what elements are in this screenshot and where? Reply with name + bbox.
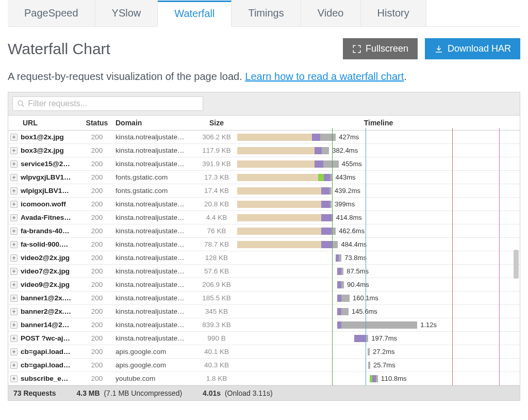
duration-label: 160.1ms [353, 294, 378, 302]
expand-icon[interactable]: + [10, 308, 18, 315]
duration-label: 145.6ms [352, 308, 377, 315]
bar-wait [337, 321, 341, 329]
download-har-button[interactable]: Download HAR [425, 38, 520, 59]
bar-wait [321, 201, 331, 208]
bar-recv [320, 134, 336, 141]
expand-icon[interactable]: + [10, 201, 18, 208]
col-status[interactable]: Status [80, 116, 113, 131]
request-domain: kinsta.notrealjustate… [113, 198, 196, 211]
table-row[interactable]: +video2@2x.jpg200kinsta.notrealjustate…1… [8, 251, 520, 265]
table-row[interactable]: +banner1@2x.…200kinsta.notrealjustate…18… [8, 292, 520, 305]
table-row[interactable]: +video9@2x.jpg200kinsta.notrealjustate…2… [8, 278, 520, 292]
duration-label: 25.7ms [373, 361, 395, 369]
expand-icon[interactable]: + [10, 281, 18, 288]
col-url[interactable]: URL [8, 116, 80, 131]
table-row[interactable]: +cb=gapi.load…200apis.google.com40.1 KB2… [8, 345, 520, 359]
filter-input[interactable] [25, 99, 199, 108]
table-row[interactable]: +Avada-Fitnes…200kinsta.notrealjustate…4… [8, 211, 520, 224]
expand-icon[interactable]: + [10, 335, 18, 342]
expand-icon[interactable]: + [10, 160, 18, 168]
scrollbar-thumb[interactable] [514, 250, 519, 279]
bar-wait [324, 174, 330, 181]
table-row[interactable]: +box3@2x.jpg200kinsta.notrealjustate…117… [8, 144, 520, 157]
expand-icon[interactable]: + [10, 147, 18, 154]
bar-recv [332, 214, 333, 221]
learn-link[interactable]: Learn how to read a waterfall chart [245, 71, 404, 82]
tab-timings[interactable]: Timings [232, 0, 301, 26]
request-status: 200 [80, 332, 113, 345]
expand-icon[interactable]: + [10, 174, 18, 181]
expand-icon[interactable]: + [10, 295, 18, 302]
request-url: subscribe_e… [21, 375, 68, 382]
expand-icon[interactable]: + [10, 241, 18, 248]
bar-recv [330, 201, 332, 208]
bar-blocked [237, 174, 318, 181]
bar-blocked [237, 241, 321, 248]
request-url: banner14@2… [21, 321, 69, 329]
request-size: 17.3 KB [196, 171, 237, 184]
table-row[interactable]: +banner2@2x.…200kinsta.notrealjustate…34… [8, 305, 520, 318]
expand-icon[interactable]: + [10, 254, 18, 262]
request-status: 200 [80, 211, 113, 224]
bar-wait [321, 187, 329, 195]
request-size: 206.9 KB [196, 278, 237, 292]
table-row[interactable]: +banner14@2…200kinsta.notrealjustate…839… [8, 318, 520, 332]
request-size: 391.9 KB [196, 157, 237, 171]
request-url: cb=gapi.load… [21, 348, 70, 356]
svg-point-0 [18, 101, 23, 105]
expand-icon[interactable]: + [10, 375, 18, 382]
bar-wait [337, 308, 341, 315]
description: A request-by-request visualization of th… [8, 71, 520, 83]
tab-waterfall[interactable]: Waterfall [158, 1, 232, 27]
request-status: 200 [80, 372, 113, 385]
expand-icon[interactable]: + [10, 187, 18, 195]
table-row[interactable]: +service15@2…200kinsta.notrealjustate…39… [8, 157, 520, 171]
expand-icon[interactable]: + [10, 228, 18, 235]
bar-blocked [237, 147, 315, 154]
tab-yslow[interactable]: YSlow [95, 0, 158, 26]
request-size: 20.8 KB [196, 198, 237, 211]
tab-pagespeed[interactable]: PageSpeed [8, 0, 95, 26]
timeline-cell: 145.6ms [237, 305, 520, 318]
bar-recv [329, 187, 332, 195]
expand-icon[interactable]: + [10, 268, 18, 275]
table-row[interactable]: +subscribe_e…200youtube.com1.8 KB110.8ms [8, 372, 520, 385]
request-url: POST ?wc-aj… [21, 334, 70, 342]
request-size: 57.6 KB [196, 265, 237, 278]
expand-icon[interactable]: + [10, 134, 18, 141]
expand-icon[interactable]: + [10, 362, 18, 369]
summary-bar: 73 Requests 4.3 MB (7.1 MB Uncompressed)… [8, 385, 520, 401]
summary-requests: 73 Requests [13, 389, 56, 397]
expand-icon[interactable]: + [10, 348, 18, 356]
request-status: 200 [80, 198, 113, 211]
table-row[interactable]: +wIpvgxjLBV1…200fonts.gstatic.com17.3 KB… [8, 171, 520, 184]
table-row[interactable]: +cb=gapi.load…200apis.google.com40.3 KB2… [8, 359, 520, 372]
expand-icon[interactable]: + [10, 214, 18, 221]
col-domain[interactable]: Domain [113, 116, 196, 131]
timeline-cell: 427ms [237, 131, 520, 144]
table-row[interactable]: +POST ?wc-aj…200kinsta.notrealjustate…99… [8, 332, 520, 345]
table-row[interactable]: +fa-brands-40…200kinsta.notrealjustate…7… [8, 224, 520, 238]
request-size: 76 KB [196, 224, 237, 238]
col-size[interactable]: Size [196, 116, 237, 131]
tab-history[interactable]: History [361, 0, 426, 26]
request-size: 117.9 KB [196, 144, 237, 157]
table-row[interactable]: +wIpigxjLBV1…200fonts.gstatic.com17.4 KB… [8, 184, 520, 198]
col-timeline[interactable]: Timeline [237, 116, 520, 131]
request-domain: kinsta.notrealjustate… [113, 292, 196, 305]
fullscreen-button[interactable]: Fullscreen [343, 38, 418, 59]
table-row[interactable]: +fa-solid-900.…200kinsta.notrealjustate…… [8, 238, 520, 251]
request-url: video9@2x.jpg [21, 281, 70, 288]
bar-recv [323, 160, 339, 168]
tab-video[interactable]: Video [301, 0, 361, 26]
request-domain: kinsta.notrealjustate… [113, 211, 196, 224]
description-tail: . [404, 71, 407, 82]
request-size: 839.3 KB [196, 318, 237, 332]
request-status: 200 [80, 238, 113, 251]
request-url: video2@2x.jpg [21, 254, 70, 262]
bar-recv [341, 308, 349, 315]
table-row[interactable]: +video7@2x.jpg200kinsta.notrealjustate…5… [8, 265, 520, 278]
table-row[interactable]: +icomoon.woff200kinsta.notrealjustate…20… [8, 198, 520, 211]
expand-icon[interactable]: + [10, 321, 18, 329]
table-row[interactable]: +box1@2x.jpg200kinsta.notrealjustate…306… [8, 131, 520, 144]
